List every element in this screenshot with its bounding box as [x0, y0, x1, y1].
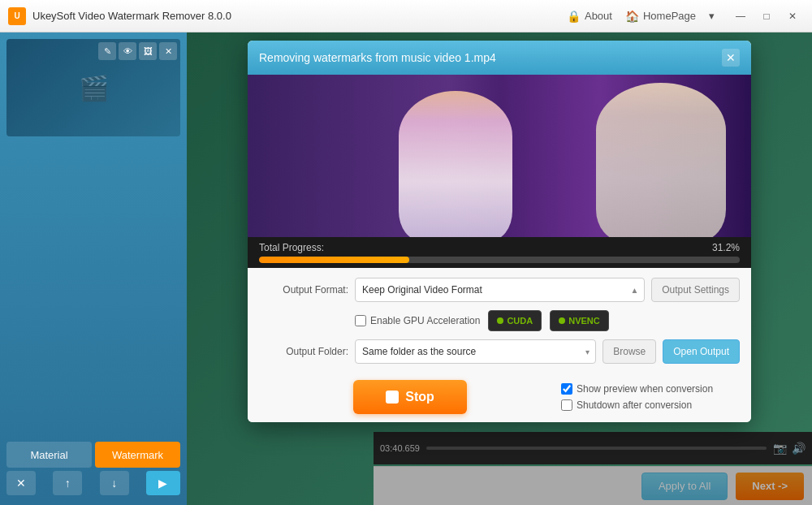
nvenc-dot	[559, 317, 565, 324]
nav-dropdown[interactable]: ▾	[709, 10, 715, 22]
output-format-select-wrapper: Keep Original Video Format ▲	[355, 278, 645, 302]
gpu-acceleration-checkbox[interactable]	[355, 315, 366, 326]
output-folder-select-wrapper: Same folder as the source ▾	[355, 339, 596, 364]
dialog-title: Removing watermarks from music video 1.m…	[259, 51, 496, 64]
stop-icon	[386, 391, 399, 404]
content-area: 03:40.659 📷 🔊 Apply to All Next -> Remov…	[187, 32, 812, 505]
nav-homepage[interactable]: 🏠 HomePage	[625, 10, 696, 23]
progress-dialog: Removing watermarks from music video 1.m…	[248, 41, 751, 422]
dialog-title-bar: Removing watermarks from music video 1.m…	[248, 41, 751, 75]
open-output-button[interactable]: Open Output	[663, 339, 740, 364]
video-person-left	[399, 91, 512, 237]
cuda-dot	[497, 317, 503, 324]
sidebar: 🎬 ✎ 👁 🖼 ✕ Material Watermark ✕ ↑ ↓ ▶	[0, 32, 187, 505]
progress-label: Total Progress:	[259, 242, 324, 253]
shutdown-label[interactable]: Shutdown after conversion	[561, 399, 740, 411]
output-folder-row: Output Folder: Same folder as the source…	[259, 339, 740, 364]
output-format-label: Output Format:	[259, 284, 348, 296]
dialog-close-button[interactable]: ✕	[722, 49, 740, 67]
close-button[interactable]: ✕	[781, 7, 804, 25]
settings-area: Output Format: Keep Original Video Forma…	[248, 268, 751, 380]
maximize-button[interactable]: □	[755, 7, 778, 25]
image-icon[interactable]: 🖼	[139, 42, 157, 60]
close-thumb-icon[interactable]: ✕	[159, 42, 177, 60]
show-preview-label[interactable]: Show preview when conversion	[561, 383, 740, 395]
output-settings-button[interactable]: Output Settings	[651, 278, 740, 302]
title-bar: U UkeySoft Video Watermark Remover 8.0.0…	[0, 0, 812, 32]
nvenc-badge[interactable]: NVENC	[550, 310, 609, 331]
action-row: ✕ ↑ ↓ ▶	[6, 468, 180, 499]
delete-button[interactable]: ✕	[6, 471, 36, 495]
homepage-label: HomePage	[643, 10, 696, 22]
video-preview	[248, 75, 751, 237]
progress-section: Total Progress: 31.2%	[248, 237, 751, 268]
app-logo: U	[8, 7, 26, 25]
move-up-button[interactable]: ↑	[53, 471, 82, 495]
dialog-overlay: Removing watermarks from music video 1.m…	[187, 32, 812, 505]
cuda-badge[interactable]: CUDA	[488, 310, 542, 331]
browse-button[interactable]: Browse	[603, 339, 656, 364]
tab-watermark[interactable]: Watermark	[95, 442, 180, 468]
gpu-row: Enable GPU Acceleration CUDA NVENC	[259, 310, 740, 331]
video-background	[248, 75, 751, 237]
progress-percent: 31.2%	[712, 242, 740, 253]
gpu-acceleration-label[interactable]: Enable GPU Acceleration	[355, 315, 480, 326]
about-label: About	[585, 10, 612, 22]
app-title: UkeySoft Video Watermark Remover 8.0.0	[32, 10, 560, 22]
home-icon: 🏠	[625, 10, 639, 23]
output-format-row: Output Format: Keep Original Video Forma…	[259, 278, 740, 302]
edit-icon[interactable]: ✎	[98, 42, 116, 60]
thumbnail-area: 🎬 ✎ 👁 🖼 ✕	[6, 39, 180, 136]
nav-about[interactable]: 🔒 About	[567, 10, 612, 23]
shutdown-checkbox[interactable]	[561, 399, 572, 411]
lock-icon: 🔒	[567, 10, 581, 23]
chevron-down-icon: ▾	[709, 10, 715, 22]
tab-area: Material Watermark	[6, 438, 180, 468]
stop-button[interactable]: Stop	[353, 380, 467, 414]
progress-track	[259, 257, 740, 263]
output-format-select[interactable]: Keep Original Video Format	[355, 278, 645, 302]
title-nav: 🔒 About 🏠 HomePage ▾	[567, 10, 715, 23]
tab-material[interactable]: Material	[6, 442, 92, 468]
right-options: Show preview when conversion Shutdown af…	[561, 383, 740, 411]
video-person-right	[596, 83, 726, 237]
minimize-button[interactable]: —	[729, 7, 752, 25]
main-layout: 🎬 ✎ 👁 🖼 ✕ Material Watermark ✕ ↑ ↓ ▶	[0, 32, 812, 505]
show-preview-checkbox[interactable]	[561, 383, 572, 395]
output-folder-label: Output Folder:	[259, 346, 348, 357]
eye-icon[interactable]: 👁	[119, 42, 136, 60]
move-down-button[interactable]: ↓	[100, 471, 129, 495]
thumbnail-toolbar: ✎ 👁 🖼 ✕	[98, 42, 177, 60]
progress-fill	[259, 257, 409, 263]
play-button[interactable]: ▶	[146, 471, 180, 495]
output-folder-select[interactable]: Same folder as the source	[355, 339, 596, 364]
stop-row: Stop Show preview when conversion Shutdo…	[248, 380, 751, 422]
window-controls: — □ ✕	[729, 7, 804, 25]
sidebar-bottom: Material Watermark ✕ ↑ ↓ ▶	[6, 438, 180, 499]
